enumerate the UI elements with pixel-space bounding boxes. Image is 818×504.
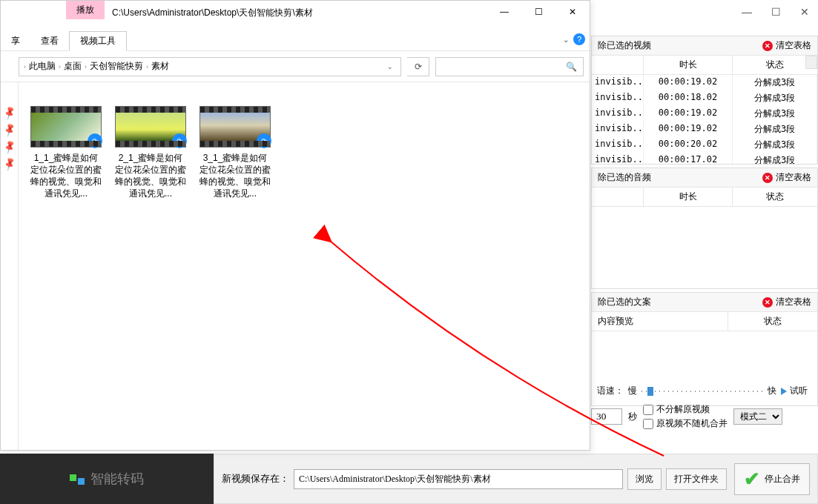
close-icon: ✕: [762, 297, 773, 308]
tab-share[interactable]: 享: [1, 32, 30, 50]
table-row[interactable]: invisib..00:00:17.02分解成3段: [592, 153, 817, 164]
file-name: 3_1_蜜蜂是如何定位花朵位置的蜜蜂的视觉、嗅觉和通讯凭见...: [199, 152, 271, 199]
transcode-button[interactable]: 智能转码: [0, 454, 214, 504]
stop-merge-button[interactable]: ✔ 停止合并: [734, 463, 810, 495]
browse-button[interactable]: 浏览: [627, 468, 662, 490]
speed-slider[interactable]: [641, 391, 763, 392]
video-rows: invisib..00:00:19.02分解成3段 invisib..00:00…: [592, 75, 817, 164]
audio-rows: [592, 207, 817, 288]
crumb-thispc[interactable]: 此电脑: [29, 60, 56, 73]
play-icon: [781, 388, 787, 395]
chevron-right-icon: ›: [85, 63, 87, 70]
sync-badge-icon: ⟳: [172, 133, 187, 148]
video-thumbnail: ⟳: [199, 106, 271, 147]
mode-select[interactable]: 模式二: [733, 408, 782, 425]
speed-row: 语速： 慢 快 试听: [591, 380, 814, 402]
explorer-quickaccess: 📌 📌 📌 📌: [1, 82, 19, 450]
video-clear-button[interactable]: ✕ 清空表格: [762, 39, 811, 52]
tab-video-tools[interactable]: 视频工具: [69, 31, 127, 51]
col-state: 状态: [728, 312, 817, 331]
check-icon: ✔: [744, 468, 760, 491]
options-row: 秒 不分解原视频 原视频不随机合并 模式二: [591, 403, 814, 430]
window-title-path: C:\Users\Administrator\Desktop\天创智能快剪\素材: [105, 1, 487, 19]
table-row[interactable]: invisib..00:00:20.02分解成3段: [592, 137, 817, 153]
open-folder-button[interactable]: 打开文件夹: [666, 468, 727, 490]
transcode-icon: [70, 473, 85, 485]
file-grid: ⟳ 1_1_蜜蜂是如何定位花朵位置的蜜蜂的视觉、嗅觉和通讯凭见... ⟳ 2_1…: [19, 82, 590, 450]
try-listen-button[interactable]: 试听: [781, 385, 808, 397]
file-name: 1_1_蜜蜂是如何定位花朵位置的蜜蜂的视觉、嗅觉和通讯凭见...: [30, 152, 102, 199]
bottom-bar: 智能转码 新视频保存在： 浏览 打开文件夹 ✔ 停止合并: [0, 454, 818, 504]
breadcrumb[interactable]: › 此电脑 › 桌面 › 天创智能快剪 › 素材 ⌄: [19, 57, 401, 76]
search-icon: 🔍: [566, 62, 577, 72]
table-row[interactable]: invisib..00:00:19.02分解成3段: [592, 106, 817, 122]
pin-icon[interactable]: 📌: [0, 153, 21, 176]
file-name: 2_1_蜜蜂是如何定位花朵位置的蜜蜂的视觉、嗅觉和通讯凭见...: [115, 152, 186, 199]
col-preview: 内容预览: [592, 312, 728, 331]
close-icon: ✕: [762, 173, 773, 183]
video-panel-title: 除已选的视频: [598, 39, 651, 52]
audio-clear-button[interactable]: ✕清空表格: [762, 171, 811, 184]
refresh-button[interactable]: ⟳: [407, 57, 429, 76]
audio-panel-title: 除已选的音频: [598, 171, 651, 184]
speed-label: 语速：: [597, 385, 624, 397]
bg-min-button[interactable]: —: [742, 6, 752, 18]
explorer-window: 播放 C:\Users\Administrator\Desktop\天创智能快剪…: [0, 0, 590, 451]
slider-thumb[interactable]: [647, 387, 653, 396]
chevron-right-icon: ›: [146, 63, 148, 70]
explorer-close-button[interactable]: ✕: [555, 1, 590, 23]
play-tab[interactable]: 播放: [66, 1, 105, 19]
speed-fast: 快: [768, 385, 776, 397]
sync-badge-icon: ⟳: [257, 133, 271, 148]
file-item[interactable]: ⟳ 3_1_蜜蜂是如何定位花朵位置的蜜蜂的视觉、嗅觉和通讯凭见...: [199, 106, 271, 199]
col-duration: 时长: [644, 56, 733, 74]
tab-view[interactable]: 查看: [30, 32, 69, 50]
table-row[interactable]: invisib..00:00:19.02分解成3段: [592, 75, 817, 90]
table-row[interactable]: invisib..00:00:19.02分解成3段: [592, 122, 817, 137]
search-input[interactable]: 🔍: [435, 57, 584, 76]
no-split-checkbox[interactable]: 不分解原视频: [643, 403, 728, 416]
save-label: 新视频保存在：: [222, 472, 289, 485]
crumb-desktop[interactable]: 桌面: [64, 60, 82, 73]
col-state: 状态: [733, 188, 817, 206]
close-icon: ✕: [762, 41, 773, 51]
text-panel-title: 除已选的文案: [598, 296, 651, 308]
sync-badge-icon: ⟳: [88, 133, 102, 148]
no-random-checkbox[interactable]: 原视频不随机合并: [643, 417, 728, 430]
text-clear-button[interactable]: ✕清空表格: [762, 296, 811, 308]
file-item[interactable]: ⟳ 1_1_蜜蜂是如何定位花朵位置的蜜蜂的视觉、嗅觉和通讯凭见...: [30, 106, 102, 199]
bg-close-button[interactable]: ✕: [800, 6, 809, 18]
col-duration: 时长: [644, 188, 733, 206]
bg-max-button[interactable]: ☐: [771, 6, 781, 18]
explorer-min-button[interactable]: —: [487, 1, 521, 23]
crumb-material[interactable]: 素材: [151, 60, 169, 73]
seconds-input[interactable]: [591, 408, 622, 425]
video-thumbnail: ⟳: [30, 106, 102, 147]
col-state: 状态: [733, 56, 817, 74]
crumb-app[interactable]: 天创智能快剪: [90, 60, 143, 73]
explorer-max-button[interactable]: ☐: [521, 1, 555, 23]
seconds-unit: 秒: [628, 411, 637, 423]
dropdown-icon[interactable]: ⌄: [387, 63, 396, 70]
help-icon[interactable]: ?: [573, 33, 585, 45]
speed-slow: 慢: [628, 385, 637, 397]
chevron-right-icon: ›: [59, 63, 61, 70]
scrollbar[interactable]: [805, 56, 817, 69]
video-thumbnail: ⟳: [115, 106, 186, 147]
chevron-down-icon[interactable]: ⌄: [563, 36, 569, 44]
table-row[interactable]: invisib..00:00:18.02分解成3段: [592, 90, 817, 106]
save-path-input[interactable]: [294, 469, 623, 489]
chevron-right-icon: ›: [24, 63, 26, 70]
file-item[interactable]: ⟳ 2_1_蜜蜂是如何定位花朵位置的蜜蜂的视觉、嗅觉和通讯凭见...: [115, 106, 186, 199]
